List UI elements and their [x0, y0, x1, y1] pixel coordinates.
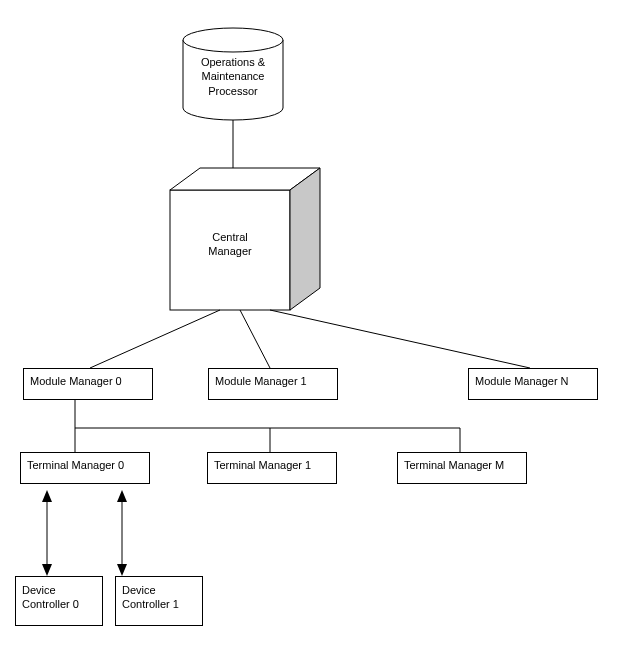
- svg-marker-2: [170, 168, 320, 190]
- terminal-manager-m: Terminal Manager M: [397, 452, 527, 484]
- omp-label: Operations & Maintenance Processor: [183, 55, 283, 98]
- central-label: Central Manager: [170, 230, 290, 259]
- module-manager-0: Module Manager 0: [23, 368, 153, 400]
- svg-point-0: [183, 28, 283, 52]
- terminal-manager-0-label: Terminal Manager 0: [27, 459, 124, 471]
- svg-marker-6: [42, 564, 52, 576]
- terminal-manager-m-label: Terminal Manager M: [404, 459, 504, 471]
- central-line2: Manager: [170, 244, 290, 258]
- terminal-manager-1-label: Terminal Manager 1: [214, 459, 311, 471]
- module-manager-n: Module Manager N: [468, 368, 598, 400]
- module-manager-0-label: Module Manager 0: [30, 375, 122, 387]
- omp-line1: Operations &: [183, 55, 283, 69]
- device-controller-0-line2: Controller 0: [22, 597, 79, 611]
- svg-marker-8: [117, 490, 127, 502]
- terminal-manager-0: Terminal Manager 0: [20, 452, 150, 484]
- connectors-layer: [0, 0, 624, 648]
- terminal-manager-1: Terminal Manager 1: [207, 452, 337, 484]
- svg-marker-9: [117, 564, 127, 576]
- device-controller-1: Device Controller 1: [115, 576, 203, 626]
- module-manager-1: Module Manager 1: [208, 368, 338, 400]
- device-controller-1-line2: Controller 1: [122, 597, 179, 611]
- omp-line2: Maintenance: [183, 69, 283, 83]
- module-manager-n-label: Module Manager N: [475, 375, 569, 387]
- module-manager-1-label: Module Manager 1: [215, 375, 307, 387]
- device-controller-1-line1: Device: [122, 583, 179, 597]
- conn-central-m1: [240, 310, 270, 368]
- conn-central-m0: [90, 310, 220, 368]
- omp-line3: Processor: [183, 84, 283, 98]
- svg-marker-5: [42, 490, 52, 502]
- device-controller-0: Device Controller 0: [15, 576, 103, 626]
- arrow-t0-d0: [42, 490, 52, 576]
- svg-marker-3: [290, 168, 320, 310]
- arrow-t0-d1: [117, 490, 127, 576]
- conn-central-mN: [270, 310, 530, 368]
- central-line1: Central: [170, 230, 290, 244]
- device-controller-0-line1: Device: [22, 583, 79, 597]
